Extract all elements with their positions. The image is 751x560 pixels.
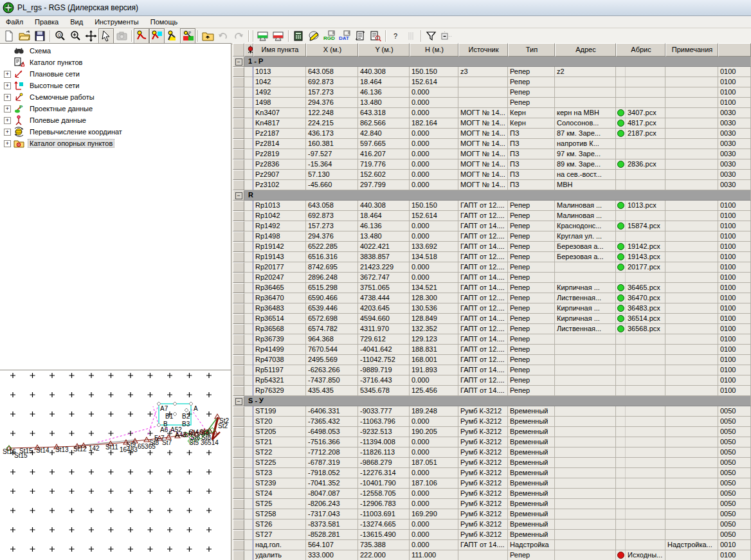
cell-abris[interactable] [616,530,665,540]
cell-note[interactable] [665,489,718,499]
cell-code[interactable]: 0100 [718,550,751,560]
cell-type[interactable]: Репер [508,550,555,560]
cell-y[interactable]: 5345.678 [358,386,410,396]
cell-y[interactable]: -13615.490 [358,530,410,540]
cell-h[interactable]: 152.614 [410,77,458,87]
row-selector[interactable] [233,499,244,509]
cell-note[interactable] [665,77,718,87]
cell-h[interactable]: 134.521 [410,283,458,293]
cell-y[interactable]: 13.480 [358,231,410,242]
cell-abris[interactable] [616,519,665,530]
cell-h[interactable]: 0.000 [410,180,458,190]
cell-src[interactable]: ГАПТ от 12.... [458,252,508,262]
cell-h[interactable]: 0.000 [410,417,458,427]
cell-note[interactable] [665,417,718,427]
cell-note[interactable] [665,98,718,108]
cell-addr[interactable] [555,519,616,530]
cell-addr[interactable] [555,447,616,458]
cell-type[interactable]: Временный [508,458,555,468]
cell-src[interactable]: ГАПТ от 12.... [458,345,508,355]
rgd-export-icon[interactable]: RGD [321,28,337,44]
cell-addr[interactable]: на сев.-вост... [555,170,616,180]
cell-y[interactable]: 729.612 [358,334,410,345]
tree-expand-icon[interactable]: + [4,117,11,124]
cell-y[interactable]: 18.464 [358,211,410,221]
cell-x[interactable]: 436.173 [306,129,358,139]
cell-abris[interactable] [616,499,665,509]
cell-type[interactable]: ПЗ [508,149,555,159]
cell-abris[interactable]: 36465.pcx [616,283,665,293]
cell-code[interactable]: 0100 [718,365,751,375]
cell-abris[interactable]: 36568.pcx [616,324,665,334]
cell-type[interactable]: ПЗ [508,170,555,180]
cell-type[interactable]: Репер [508,201,555,211]
cell-note[interactable] [665,519,718,530]
cell-x[interactable]: -6263.266 [306,365,358,375]
row-pin-cell[interactable] [244,170,253,180]
row-pin-cell[interactable] [244,293,253,303]
cell-abris[interactable] [616,231,665,242]
cell-x[interactable]: 6590.466 [306,293,358,303]
cell-type[interactable]: Репер [508,345,555,355]
cell-h[interactable]: 0.000 [410,139,458,149]
cell-y[interactable]: 46.136 [358,221,410,231]
cell-name[interactable]: Rp1498 [253,231,306,242]
cell-y[interactable]: -11826.113 [358,447,410,458]
cell-note[interactable] [665,67,718,77]
cell-code[interactable]: 0030 [718,139,751,149]
cell-note[interactable] [665,375,718,386]
cell-name[interactable]: Pz2819 [253,149,306,159]
cell-note[interactable] [665,509,718,519]
tree-item-1[interactable]: Каталог пунктов [0,57,231,68]
cell-code[interactable]: 0030 [718,129,751,139]
cell-src[interactable]: Румб К-3212 [458,406,508,417]
cell-h[interactable]: 169.290 [410,509,458,519]
cell-name[interactable]: Pz2814 [253,139,306,149]
row-selector[interactable] [233,375,244,386]
row-selector[interactable] [233,365,244,375]
cell-addr[interactable] [555,334,616,345]
cell-note[interactable] [665,221,718,231]
cell-h[interactable]: 0.000 [410,447,458,458]
cell-abris[interactable] [616,149,665,159]
cell-src[interactable] [458,98,508,108]
point-style-multi-icon[interactable]: P [180,28,195,44]
cell-name[interactable]: ST21 [253,437,306,447]
cell-src[interactable]: ГАПТ от 14.... [458,540,508,550]
cell-type[interactable]: Репер [508,293,555,303]
column-header-Примечания[interactable]: Примечания [665,43,718,57]
cell-x[interactable]: 57.130 [306,170,358,180]
cell-abris[interactable] [616,386,665,396]
point-style-yellow-icon[interactable] [165,28,180,44]
cell-x[interactable]: -97.527 [306,149,358,159]
help-icon[interactable]: ? [388,28,403,44]
cell-abris[interactable] [616,375,665,386]
row-pin-cell[interactable] [244,355,253,365]
cell-src[interactable] [458,550,508,560]
zoom-window-icon[interactable]: Q [52,28,68,44]
cell-src[interactable]: Румб К-3212 [458,489,508,499]
cell-x[interactable]: 692.873 [306,211,358,221]
cell-type[interactable]: ПЗ [508,180,555,190]
row-selector[interactable] [233,334,244,345]
cell-addr[interactable] [555,530,616,540]
cell-addr[interactable] [555,98,616,108]
menu-item-0[interactable]: Файл [0,17,29,27]
cell-code[interactable]: 0050 [718,458,751,468]
row-selector[interactable] [233,98,244,108]
cell-abris[interactable] [616,489,665,499]
row-selector[interactable] [233,77,244,87]
cell-addr[interactable]: Кирпичная ... [555,303,616,314]
cell-x[interactable]: 8742.695 [306,262,358,273]
cell-name[interactable]: ST25 [253,499,306,509]
cell-y[interactable]: -4041.642 [358,345,410,355]
cell-abris[interactable] [616,345,665,355]
row-selector[interactable] [233,139,244,149]
cell-code[interactable]: 0050 [718,519,751,530]
cell-y[interactable]: 4311.970 [358,324,410,334]
row-pin-cell[interactable] [244,77,253,87]
cell-src[interactable]: Румб К-3212 [458,427,508,437]
cell-name[interactable]: Rp51197 [253,365,306,375]
cell-h[interactable]: 0.000 [410,87,458,98]
cell-addr[interactable] [555,345,616,355]
